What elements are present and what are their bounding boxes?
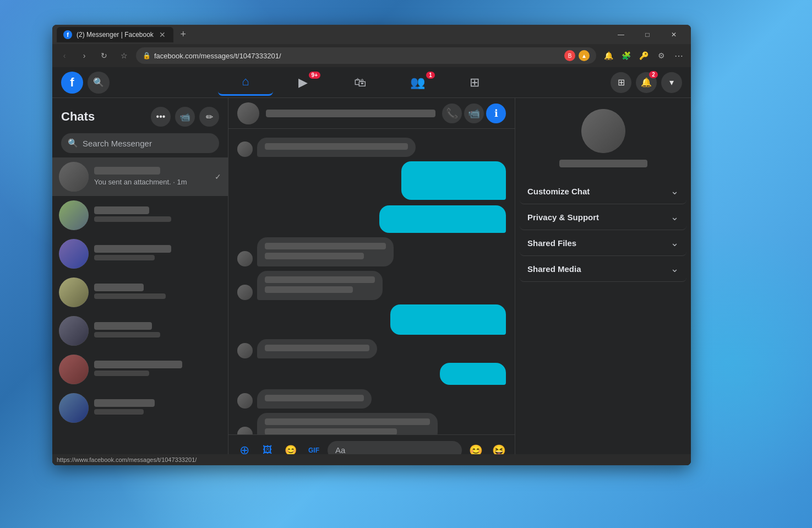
chat-name: [94, 245, 171, 253]
chevron-down-icon: ⌄: [671, 237, 679, 249]
facebook-content: Chats ••• 📹 ✏ 🔍 Search Messenger: [52, 98, 691, 465]
message-row: [237, 413, 506, 434]
window-controls: — □ ✕: [608, 25, 686, 44]
brave-icon: ▲: [579, 50, 590, 61]
chevron-down-icon: ⌄: [671, 185, 679, 197]
gaming-icon: ⊞: [470, 75, 479, 90]
extension-icon-3[interactable]: 🔑: [636, 48, 651, 63]
avatar: [59, 200, 89, 230]
chats-options-button[interactable]: •••: [151, 107, 171, 127]
avatar: [237, 102, 259, 124]
chats-search[interactable]: 🔍 Search Messenger: [61, 133, 219, 153]
avatar: [59, 162, 89, 192]
chat-item[interactable]: [52, 196, 228, 235]
nav-home[interactable]: ⌂: [218, 69, 273, 96]
chat-info: You sent an attachment. · 1m: [94, 167, 209, 187]
nav-gaming[interactable]: ⊞: [447, 69, 502, 96]
minimize-button[interactable]: —: [608, 25, 634, 44]
nav-groups[interactable]: 👥 1: [390, 69, 445, 96]
apps-icon: ⊞: [618, 77, 625, 88]
video-call-icon: 📹: [179, 112, 190, 122]
chevron-down-icon: ⌄: [671, 211, 679, 223]
apps-button[interactable]: ⊞: [611, 72, 631, 93]
info-button[interactable]: ℹ: [486, 104, 506, 123]
video-call-button[interactable]: 📹: [464, 104, 484, 123]
groups-badge: 1: [426, 72, 435, 79]
chat-item[interactable]: [52, 273, 228, 312]
browser-window: f (2) Messenger | Facebook ✕ + — □ ✕ ‹ ›…: [52, 25, 691, 465]
account-button[interactable]: ▾: [661, 72, 682, 93]
contact-name: [266, 110, 435, 117]
customize-chat-option[interactable]: Customize Chat ⌄: [520, 178, 686, 204]
extension-icon-2[interactable]: 🧩: [618, 48, 634, 63]
nav-marketplace[interactable]: 🛍: [333, 69, 388, 96]
chat-item[interactable]: You sent an attachment. · 1m ✓: [52, 157, 228, 196]
chat-info: [94, 399, 221, 417]
privacy-support-label: Privacy & Support: [527, 213, 666, 222]
close-button[interactable]: ✕: [661, 25, 686, 44]
chat-item[interactable]: [52, 389, 228, 427]
ellipsis-icon: •••: [156, 112, 166, 122]
browser-tab[interactable]: f (2) Messenger | Facebook ✕: [57, 27, 173, 42]
new-chat-button[interactable]: ✏: [199, 107, 219, 127]
chat-preview-blurred: [94, 293, 166, 299]
shield-icon: B: [564, 50, 575, 61]
call-button[interactable]: 📞: [442, 104, 462, 123]
chat-name: [94, 399, 155, 407]
message-row: [237, 138, 506, 157]
message-row: [237, 161, 506, 200]
extension-icon-1[interactable]: 🔔: [601, 48, 616, 63]
compose-icon: ✏: [206, 112, 213, 122]
chat-info: [94, 245, 221, 263]
chat-messages: 📄 Example.pdf: [228, 129, 515, 434]
message-row: [237, 271, 506, 300]
message-row: [237, 339, 506, 358]
avatar: [59, 355, 89, 384]
message-row: [237, 237, 506, 266]
search-icon: 🔍: [68, 138, 78, 148]
chat-item[interactable]: [52, 312, 228, 350]
new-video-call-button[interactable]: 📹: [175, 107, 195, 127]
chat-preview-blurred: [94, 255, 155, 260]
new-tab-button[interactable]: +: [176, 27, 191, 42]
address-bar[interactable]: 🔒 facebook.com/messages/t/1047333201/ B …: [136, 47, 596, 64]
search-placeholder: Search Messenger: [83, 139, 152, 148]
shared-media-label: Shared Media: [527, 264, 666, 274]
privacy-support-option[interactable]: Privacy & Support ⌄: [520, 204, 686, 230]
shared-files-option[interactable]: Shared Files ⌄: [520, 230, 686, 256]
gif-icon: GIF: [308, 447, 319, 454]
settings-icon[interactable]: ⚙: [653, 48, 669, 63]
refresh-button[interactable]: ↻: [96, 48, 112, 63]
avatar: [237, 141, 253, 157]
forward-button[interactable]: ›: [77, 48, 92, 63]
chat-item[interactable]: [52, 350, 228, 389]
maximize-button[interactable]: □: [635, 25, 660, 44]
customize-chat-label: Customize Chat: [527, 187, 666, 196]
browser-menu-button[interactable]: ⋯: [671, 48, 686, 63]
chats-title: Chats: [61, 110, 151, 124]
right-panel: Customize Chat ⌄ Privacy & Support ⌄ Sha…: [515, 98, 691, 465]
message-bubble: [257, 271, 383, 300]
video-icon: ▶: [298, 75, 308, 90]
phone-icon: 📞: [446, 107, 458, 119]
notifications-button[interactable]: 🔔 2: [636, 72, 657, 93]
chat-meta: ✓: [215, 172, 221, 181]
bookmark-button[interactable]: ☆: [116, 48, 132, 63]
tab-close-button[interactable]: ✕: [158, 30, 167, 39]
facebook-actions: ⊞ 🔔 2 ▾: [611, 72, 682, 93]
info-icon: ℹ: [494, 107, 498, 119]
shared-files-label: Shared Files: [527, 238, 666, 248]
nav-video[interactable]: ▶ 9+: [275, 69, 330, 96]
message-bubble: [257, 413, 438, 434]
avatar: [581, 109, 625, 153]
facebook-search-button[interactable]: 🔍: [88, 72, 110, 94]
chat-item[interactable]: [52, 235, 228, 273]
chat-info: [94, 322, 221, 340]
back-button[interactable]: ‹: [57, 48, 72, 63]
chat-main: 📞 📹 ℹ: [228, 98, 515, 465]
browser-statusbar: https://www.facebook.com/messages/t/1047…: [52, 454, 691, 465]
avatar: [59, 393, 89, 423]
chat-info: [94, 361, 221, 378]
shared-media-option[interactable]: Shared Media ⌄: [520, 256, 686, 282]
check-icon: ✓: [215, 172, 221, 181]
